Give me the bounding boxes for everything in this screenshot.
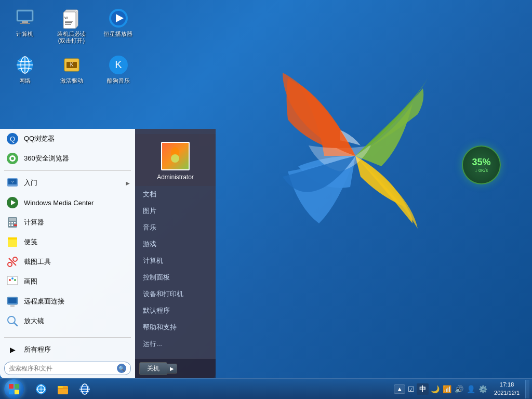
desktop: 计算机 W 装机后必读(双击打开) <box>0 0 532 399</box>
svg-point-47 <box>9 279 11 281</box>
menu-item-paint-label: 画图 <box>24 277 130 286</box>
desktop-icon-activate[interactable]: K 激活驱动 <box>52 52 91 87</box>
menu-item-sticky[interactable]: 便笺 <box>0 232 135 252</box>
start-menu-items: Q QQ浏览器 360安全浏览器 ? 入门 ▶ <box>0 129 135 335</box>
network-speed: ↓ 0K/s <box>475 168 488 173</box>
svg-rect-65 <box>15 390 19 394</box>
taskbar-app-ie[interactable] <box>74 380 95 398</box>
desktop-icon-media-player[interactable]: 恒星播放器 <box>99 5 138 47</box>
network-percent: 35% <box>472 157 490 168</box>
tray-icon-volume[interactable]: 🔊 <box>454 384 464 394</box>
tray-icon-checkbox[interactable]: ☑ <box>407 384 416 394</box>
desktop-icon-qqmusic[interactable]: K 酷狗音乐 <box>99 52 138 87</box>
right-link-control-panel[interactable]: 控制面板 <box>135 269 216 286</box>
svg-rect-6 <box>63 12 76 29</box>
tray-icons: ☑ 中 🌙 📶 🔊 👤 ⚙️ <box>407 383 488 395</box>
search-button[interactable]: 🔍 <box>117 364 126 373</box>
menu-item-remote-label: 远程桌面连接 <box>24 297 130 306</box>
svg-point-45 <box>13 257 17 261</box>
svg-line-43 <box>9 258 16 265</box>
right-link-computer[interactable]: 计算机 <box>135 252 216 269</box>
menu-item-snipping-label: 截图工具 <box>24 257 130 267</box>
clock-date: 2021/12/1 <box>494 389 520 397</box>
svg-point-48 <box>11 277 14 280</box>
svg-rect-1 <box>18 11 32 20</box>
clock[interactable]: 17:18 2021/12/1 <box>490 380 524 398</box>
menu-item-magnifier[interactable]: 放大镜 <box>0 311 135 331</box>
svg-text:K: K <box>70 62 73 68</box>
tray-icon-gear[interactable]: ⚙️ <box>477 384 488 394</box>
svg-rect-39 <box>11 224 13 226</box>
menu-item-360-browser[interactable]: 360安全浏览器 <box>0 149 135 168</box>
svg-point-44 <box>8 262 12 267</box>
svg-rect-42 <box>8 237 17 240</box>
svg-rect-10 <box>65 24 71 25</box>
show-desktop-button[interactable] <box>525 380 529 398</box>
windows-flag <box>257 52 454 260</box>
svg-rect-8 <box>65 21 73 22</box>
svg-rect-35 <box>9 222 10 223</box>
right-link-run[interactable]: 运行... <box>135 336 216 352</box>
tray-icon-user[interactable]: 👤 <box>466 384 476 394</box>
menu-item-paint[interactable]: 画图 <box>0 272 135 291</box>
tray-notification[interactable]: ▲ <box>394 384 405 394</box>
svg-rect-9 <box>65 22 72 23</box>
menu-item-magnifier-label: 放大镜 <box>24 316 130 326</box>
svg-text:K: K <box>115 59 122 70</box>
menu-item-360-label: 360安全浏览器 <box>24 154 130 163</box>
svg-rect-36 <box>11 222 13 223</box>
power-button[interactable]: 关机 <box>139 362 167 375</box>
desktop-icon-setup[interactable]: W 装机后必读(双击打开) <box>52 5 91 47</box>
system-tray: ▲ ☑ 中 🌙 📶 🔊 👤 ⚙️ 17:18 2021/12/1 <box>394 380 532 398</box>
menu-item-remote[interactable]: 远程桌面连接 <box>0 291 135 311</box>
right-link-games[interactable]: 游戏 <box>135 236 216 252</box>
svg-line-54 <box>14 323 17 326</box>
menu-item-calc-label: 计算器 <box>24 218 130 227</box>
user-profile: Administrator <box>135 134 216 186</box>
svg-rect-3 <box>20 23 30 24</box>
desktop-icon-network[interactable]: 网络 <box>5 52 44 87</box>
taskbar-apps <box>28 379 95 399</box>
svg-rect-64 <box>9 390 14 394</box>
menu-item-all-programs-label: 所有程序 <box>24 345 130 354</box>
start-menu: Q QQ浏览器 360安全浏览器 ? 入门 ▶ <box>0 129 216 378</box>
desktop-icon-setup-label: 装机后必读(双击打开) <box>55 31 88 44</box>
menu-item-qq-browser[interactable]: Q QQ浏览器 <box>0 129 135 149</box>
search-input[interactable] <box>9 365 114 372</box>
right-link-devices[interactable]: 设备和打印机 <box>135 286 216 302</box>
right-link-default-programs[interactable]: 默认程序 <box>135 302 216 319</box>
right-link-help[interactable]: 帮助和支持 <box>135 319 216 336</box>
svg-rect-63 <box>15 384 19 389</box>
menu-item-all-programs[interactable]: ▶ 所有程序 <box>0 340 135 360</box>
menu-item-intro[interactable]: ? 入门 ▶ <box>0 173 135 193</box>
menu-item-sticky-label: 便笺 <box>24 237 130 247</box>
right-link-music[interactable]: 音乐 <box>135 219 216 236</box>
taskbar-app-explorer[interactable] <box>52 380 73 398</box>
right-link-pictures[interactable]: 图片 <box>135 203 216 219</box>
menu-item-wmc-label: Windows Media Center <box>24 199 130 207</box>
taskbar: ▲ ☑ 中 🌙 📶 🔊 👤 ⚙️ 17:18 2021/12/1 <box>0 378 532 399</box>
menu-item-snipping[interactable]: 截图工具 <box>0 252 135 272</box>
desktop-icon-computer[interactable]: 计算机 <box>5 5 44 47</box>
svg-point-49 <box>14 279 16 281</box>
taskbar-app-network[interactable] <box>31 380 51 398</box>
start-button[interactable] <box>0 379 28 400</box>
start-menu-left: Q QQ浏览器 360安全浏览器 ? 入门 ▶ <box>0 129 135 378</box>
menu-item-calculator[interactable]: 计算器 <box>0 212 135 232</box>
menu-item-baidu[interactable]: 百度一下 <box>0 331 135 335</box>
svg-point-27 <box>11 157 14 160</box>
svg-text:?: ? <box>11 180 14 184</box>
right-link-docs[interactable]: 文档 <box>135 186 216 203</box>
desktop-icon-media-label: 恒星播放器 <box>104 31 132 37</box>
svg-rect-37 <box>14 222 16 223</box>
ime-indicator[interactable]: 中 <box>417 383 429 395</box>
desktop-icons-container: 计算机 W 装机后必读(双击打开) <box>5 5 140 87</box>
tray-icon-moon[interactable]: 🌙 <box>430 384 441 394</box>
desktop-icon-network-label: 网络 <box>19 77 31 84</box>
menu-item-intro-label: 入门 <box>24 178 122 188</box>
svg-rect-51 <box>8 298 17 303</box>
tray-icon-network[interactable]: 📶 <box>442 384 453 394</box>
user-avatar[interactable] <box>161 142 190 170</box>
power-arrow-button[interactable]: ▶ <box>167 364 177 374</box>
menu-item-wmc[interactable]: Windows Media Center <box>0 193 135 212</box>
